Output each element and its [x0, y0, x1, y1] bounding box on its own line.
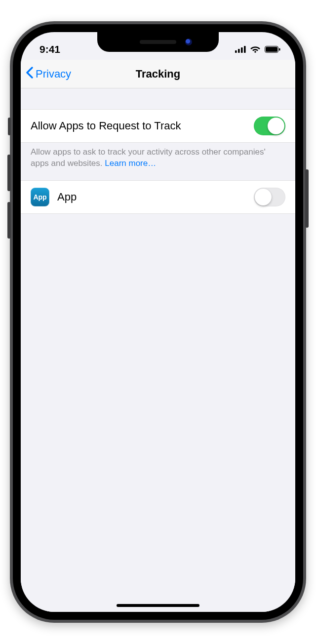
svg-rect-0	[235, 50, 237, 53]
back-label: Privacy	[36, 68, 71, 80]
svg-rect-7	[279, 48, 280, 51]
status-time: 9:41	[40, 43, 60, 55]
section-footer: Allow apps to ask to track your activity…	[21, 143, 295, 180]
allow-tracking-toggle[interactable]	[254, 117, 285, 135]
svg-rect-2	[241, 47, 243, 53]
content: Allow Apps to Request to Track Allow app…	[21, 88, 295, 612]
nav-bar: Privacy Tracking	[21, 60, 295, 88]
allow-tracking-label: Allow Apps to Request to Track	[31, 120, 254, 132]
volume-up-button	[7, 155, 11, 191]
app-label: App	[57, 191, 254, 203]
phone-frame: 9:41	[10, 21, 306, 623]
svg-rect-1	[238, 49, 240, 53]
back-button[interactable]: Privacy	[21, 67, 71, 81]
wifi-icon	[250, 43, 261, 55]
svg-rect-6	[266, 47, 277, 52]
power-button	[305, 169, 309, 228]
battery-icon	[265, 43, 280, 55]
learn-more-link[interactable]: Learn more…	[105, 159, 156, 168]
cellular-icon	[235, 43, 246, 55]
app-row: AppApp	[21, 180, 295, 214]
volume-down-button	[7, 202, 11, 239]
allow-tracking-row: Allow Apps to Request to Track	[21, 109, 295, 143]
svg-rect-3	[244, 46, 246, 53]
home-indicator	[117, 604, 199, 607]
notch	[97, 32, 219, 52]
svg-point-4	[254, 51, 256, 53]
app-tracking-toggle[interactable]	[254, 188, 285, 206]
silence-switch	[8, 118, 11, 135]
app-icon: App	[31, 188, 49, 206]
screen: 9:41	[21, 32, 295, 612]
chevron-left-icon	[26, 67, 34, 81]
